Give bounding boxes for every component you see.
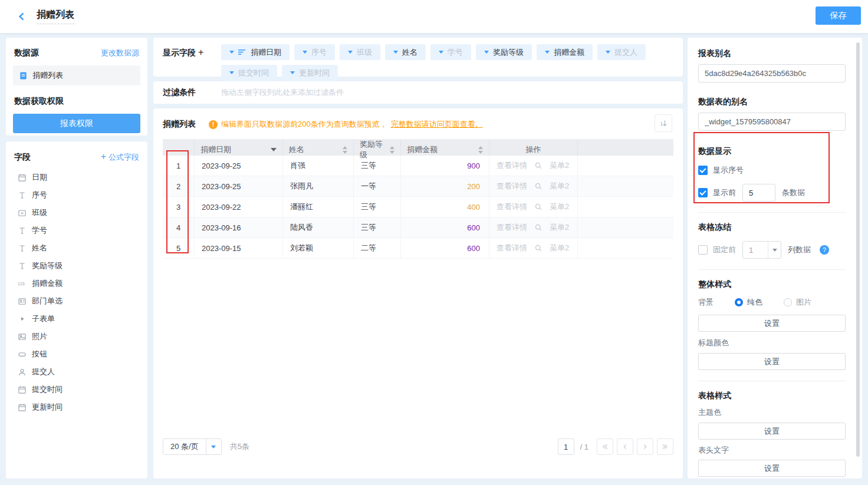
save-button[interactable]: 保存 — [816, 6, 861, 25]
field-item-serial[interactable]: 序号 — [13, 186, 140, 204]
cell-amount: 600 — [401, 238, 489, 258]
help-icon[interactable]: ? — [820, 245, 829, 255]
field-item-date[interactable]: 日期 — [13, 169, 140, 186]
report-alias-input[interactable] — [698, 64, 846, 83]
field-item-grade[interactable]: 奖励等级 — [13, 257, 140, 275]
select-icon — [18, 209, 27, 217]
field-item-class[interactable]: 班级 — [13, 204, 140, 222]
change-datasource-link[interactable]: 更改数据源 — [101, 48, 139, 58]
field-chip-serial[interactable]: 序号 — [294, 44, 335, 60]
menu2-link[interactable]: 菜单2 — [550, 181, 569, 192]
field-chip-amount[interactable]: 捐赠金额 — [537, 44, 593, 60]
row-index: 2 — [163, 176, 195, 196]
magnifier-icon[interactable] — [534, 223, 542, 232]
filter-dropzone[interactable]: 拖动左侧字段到此处来添加过滤条件 — [221, 87, 673, 98]
next-page-button[interactable] — [637, 438, 653, 455]
title-color-set-button[interactable]: 设置 — [698, 353, 846, 370]
image-radio[interactable] — [784, 298, 792, 306]
menu2-link[interactable]: 菜单2 — [550, 243, 569, 253]
table-row: 1 2023-09-25 肖强 三等 900 查看详情 菜单2 — [163, 156, 673, 176]
sort-icon — [390, 146, 394, 154]
solid-color-radio[interactable] — [735, 298, 743, 306]
menu2-link[interactable]: 菜单2 — [550, 202, 569, 212]
filter-card: 过滤条件 拖动左侧字段到此处来添加过滤条件 — [153, 81, 683, 104]
field-chip-donation-date[interactable]: 捐赠日期 — [221, 44, 290, 60]
magnifier-icon[interactable] — [534, 182, 542, 190]
scrollbar[interactable] — [856, 42, 860, 457]
field-chip-class[interactable]: 班级 — [340, 44, 380, 60]
cell-empty — [578, 176, 673, 196]
current-page-input[interactable]: 1 — [558, 438, 574, 455]
field-item-studentid[interactable]: 学号 — [13, 222, 140, 239]
cell-amount: 600 — [401, 217, 489, 237]
show-index-checkbox[interactable] — [698, 166, 708, 175]
datasource-item[interactable]: 捐赠列表 — [13, 65, 140, 85]
field-item-submit-time[interactable]: 提交时间 — [13, 381, 140, 398]
table-row: 4 2023-09-16 陆风香 三等 600 查看详情 菜单2 — [163, 217, 673, 238]
field-chip-submit-time[interactable]: 提交时间 — [221, 65, 277, 81]
view-detail-link[interactable]: 查看详情 — [497, 160, 527, 171]
cell-empty — [578, 156, 673, 176]
field-item-submitter[interactable]: 提交人 — [13, 363, 140, 381]
back-button[interactable] — [15, 10, 28, 23]
preview-notice: ! 编辑界面只取数据源前200条作为查询数据预览，完整数据请访问页面查看。 — [209, 119, 483, 130]
theme-color-set-button[interactable]: 设置 — [698, 423, 846, 440]
warning-icon: ! — [209, 120, 218, 129]
topbar: 捐赠列表 保存 — [0, 0, 868, 33]
cell-grade: 三等 — [354, 156, 401, 176]
cell-amount: 900 — [401, 156, 489, 176]
field-chip-submitter[interactable]: 提交人 — [597, 44, 646, 60]
page-indicator: / 1 — [580, 443, 588, 451]
prev-page-button[interactable] — [617, 438, 633, 455]
add-formula-field-link[interactable]: +公式字段 — [101, 151, 139, 163]
field-item-department[interactable]: 部门单选 — [13, 292, 140, 310]
field-item-update-time[interactable]: 更新时间 — [13, 398, 140, 416]
divider — [698, 269, 846, 270]
row-index: 5 — [163, 238, 195, 258]
field-item-amount[interactable]: 123 捐赠金额 — [13, 275, 140, 292]
view-detail-link[interactable]: 查看详情 — [497, 222, 527, 233]
sort-lines-icon — [238, 49, 246, 55]
table-alias-input[interactable] — [698, 113, 846, 131]
report-permission-button[interactable]: 报表权限 — [13, 114, 140, 133]
header-text-set-button[interactable]: 设置 — [698, 460, 846, 477]
field-list: 日期 序号 班级 学号 姓名 奖励等级 123 — [13, 169, 140, 416]
field-chip-studentid[interactable]: 学号 — [430, 44, 471, 60]
field-chip-name[interactable]: 姓名 — [385, 44, 426, 60]
menu2-link[interactable]: 菜单2 — [550, 160, 569, 171]
magnifier-icon[interactable] — [534, 203, 542, 211]
view-detail-link[interactable]: 查看详情 — [497, 202, 527, 212]
overall-style-title: 整体样式 — [698, 279, 846, 290]
freeze-count-select[interactable]: 1 — [742, 241, 781, 259]
datasource-item-label: 捐赠列表 — [32, 70, 63, 81]
display-field-chips: 捐赠日期 序号 班级 姓名 学号 奖励等级 — [221, 44, 660, 70]
background-set-button[interactable]: 设置 — [698, 315, 846, 332]
show-index-row: 显示序号 — [698, 165, 846, 176]
calendar-icon — [18, 385, 27, 394]
view-detail-link[interactable]: 查看详情 — [497, 181, 527, 192]
add-display-field-button[interactable]: + — [198, 47, 203, 57]
field-item-photo[interactable]: 照片 — [13, 328, 140, 345]
row-count-input[interactable] — [742, 184, 775, 202]
field-chip-grade[interactable]: 奖励等级 — [476, 44, 532, 60]
view-detail-link[interactable]: 查看详情 — [497, 243, 527, 253]
chevron-left-icon — [17, 12, 27, 21]
field-item-subform[interactable]: 子表单 — [13, 310, 140, 328]
data-display-title: 数据显示 — [698, 146, 846, 157]
datasource-title: 数据源 — [14, 48, 39, 58]
magnifier-icon[interactable] — [534, 161, 542, 170]
last-page-button[interactable] — [657, 438, 673, 455]
field-item-name[interactable]: 姓名 — [13, 239, 140, 257]
cell-empty — [578, 197, 673, 217]
show-first-checkbox[interactable] — [698, 188, 708, 197]
first-page-button[interactable] — [597, 438, 613, 455]
freeze-title: 表格冻结 — [698, 222, 846, 233]
menu2-link[interactable]: 菜单2 — [550, 222, 569, 233]
freeze-checkbox[interactable] — [698, 245, 708, 255]
magnifier-icon[interactable] — [534, 244, 542, 252]
field-chip-update-time[interactable]: 更新时间 — [282, 65, 338, 81]
column-sort-button[interactable]: 1 — [655, 114, 672, 132]
page-size-select[interactable]: 20 条/页 — [163, 438, 222, 455]
field-item-button[interactable]: 按钮 — [13, 345, 140, 363]
notice-link[interactable]: 完整数据请访问页面查看。 — [391, 119, 483, 130]
